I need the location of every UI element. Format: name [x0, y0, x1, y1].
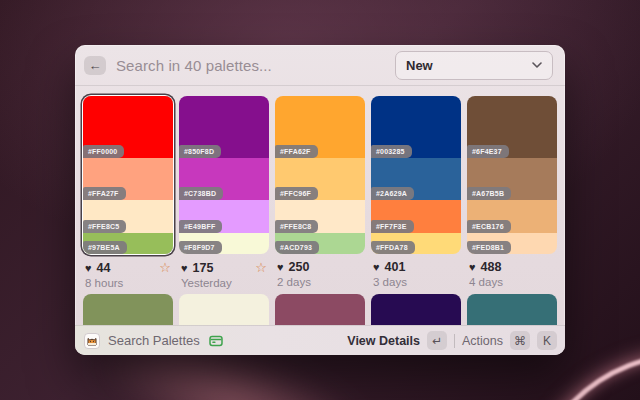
palette-grid-row-1: #FF0000#FFA27F#FFE8C5#97BE5A♥44☆8 hours#… [83, 96, 557, 289]
palette-stats: ♥175☆Yesterday [179, 260, 269, 289]
hex-label: #FF0000 [83, 145, 124, 158]
hex-label: #FFDA78 [371, 241, 415, 254]
hex-label: #FFA27F [83, 187, 126, 200]
hex-label: #F8F9D7 [179, 241, 222, 254]
palette-stats: ♥4884 days [467, 260, 557, 288]
view-details-button[interactable]: View Details [347, 334, 420, 348]
hex-label: #FFA62F [275, 145, 318, 158]
palette-swatches[interactable]: #FF0000#FFA27F#FFE8C5#97BE5A [83, 96, 173, 254]
likes-count: 401 [385, 260, 406, 274]
palette-stats: ♥4013 days [371, 260, 461, 288]
background-light-arc [523, 352, 640, 400]
palette-age: 2 days [277, 276, 363, 288]
color-band: #003285 [371, 96, 461, 158]
hex-label: #FFE8C5 [83, 220, 126, 233]
k-key-icon[interactable]: K [537, 331, 557, 350]
color-band: #FF7F3E [371, 200, 461, 233]
wallet-icon [208, 333, 224, 349]
likes-count: 175 [193, 261, 214, 275]
return-key-icon[interactable]: ↵ [427, 331, 447, 350]
color-band: #FFC96F [275, 158, 365, 201]
footer-divider [454, 334, 455, 348]
palette-card[interactable]: #850F8D#C738BD#E49BFF#F8F9D7♥175☆Yesterd… [179, 96, 269, 289]
heart-icon: ♥ [85, 262, 92, 274]
chevron-down-icon [532, 62, 542, 68]
color-band: #FFE8C5 [83, 200, 173, 233]
palette-card-partial[interactable] [275, 294, 365, 325]
action-bar: Search Palettes View Details ↵ Actions ⌘… [75, 325, 565, 355]
palette-card-partial[interactable] [179, 294, 269, 325]
color-band: #2A629A [371, 158, 461, 201]
color-band: #A67B5B [467, 158, 557, 201]
palette-card-partial[interactable] [83, 294, 173, 325]
color-band: #FFE8C8 [275, 200, 365, 233]
hex-label: #FED8B1 [467, 241, 511, 254]
palette-card-partial[interactable] [371, 294, 461, 325]
actions-button[interactable]: Actions [462, 334, 503, 348]
palette-swatches[interactable]: #6F4E37#A67B5B#ECB176#FED8B1 [467, 96, 557, 254]
hex-label: #ACD793 [275, 241, 319, 254]
color-band: #C738BD [179, 158, 269, 201]
hex-label: #E49BFF [179, 220, 222, 233]
palette-stats: ♥2502 days [275, 260, 365, 288]
hex-label: #ECB176 [467, 220, 511, 233]
palette-list: #FF0000#FFA27F#FFE8C5#97BE5A♥44☆8 hours#… [75, 86, 565, 325]
color-band: #97BE5A [83, 233, 173, 254]
heart-icon: ♥ [277, 261, 284, 273]
hex-label: #FFC96F [275, 187, 318, 200]
action-bar-left: Search Palettes [83, 332, 339, 349]
palette-age: 4 days [469, 276, 555, 288]
palette-grid-row-2 [83, 294, 557, 325]
likes-count: 250 [289, 260, 310, 274]
hex-label: #FF7F3E [371, 220, 414, 233]
search-input[interactable]: Search in 40 palettes... [116, 57, 385, 74]
star-icon[interactable]: ☆ [255, 260, 267, 275]
cat-icon [83, 332, 100, 349]
hex-label: #2A629A [371, 187, 414, 200]
heart-icon: ♥ [373, 261, 380, 273]
color-band: #ACD793 [275, 233, 365, 254]
star-icon[interactable]: ☆ [159, 260, 171, 275]
palette-age: Yesterday [181, 277, 267, 289]
hex-label: #6F4E37 [467, 145, 509, 158]
palette-card[interactable]: #FFA62F#FFC96F#FFE8C8#ACD793♥2502 days [275, 96, 365, 289]
back-button[interactable]: ← [84, 56, 106, 75]
color-band: #FF0000 [83, 96, 173, 158]
color-band: #850F8D [179, 96, 269, 158]
app-window: ← Search in 40 palettes... New #FF0000#F… [75, 45, 565, 355]
action-bar-right: View Details ↵ Actions ⌘ K [347, 331, 557, 350]
likes-count: 488 [481, 260, 502, 274]
cmd-key-icon[interactable]: ⌘ [510, 331, 530, 350]
color-band: #FFA27F [83, 158, 173, 201]
search-header: ← Search in 40 palettes... New [75, 45, 565, 85]
sort-dropdown[interactable]: New [395, 51, 553, 80]
palette-card-partial[interactable] [467, 294, 557, 325]
hex-label: #97BE5A [83, 241, 127, 254]
palette-stats: ♥44☆8 hours [83, 260, 173, 289]
hex-label: #003285 [371, 145, 412, 158]
palette-card[interactable]: #003285#2A629A#FF7F3E#FFDA78♥4013 days [371, 96, 461, 289]
color-band: #6F4E37 [467, 96, 557, 158]
extension-name: Search Palettes [108, 333, 200, 348]
color-band: #ECB176 [467, 200, 557, 233]
color-band: #FED8B1 [467, 233, 557, 254]
heart-icon: ♥ [469, 261, 476, 273]
palette-card[interactable]: #FF0000#FFA27F#FFE8C5#97BE5A♥44☆8 hours [83, 96, 173, 289]
likes-count: 44 [97, 261, 111, 275]
palette-card[interactable]: #6F4E37#A67B5B#ECB176#FED8B1♥4884 days [467, 96, 557, 289]
arrow-left-icon: ← [89, 59, 102, 72]
hex-label: #C738BD [179, 187, 223, 200]
color-band: #FFA62F [275, 96, 365, 158]
palette-swatches[interactable]: #850F8D#C738BD#E49BFF#F8F9D7 [179, 96, 269, 254]
palette-age: 3 days [373, 276, 459, 288]
palette-swatches[interactable]: #FFA62F#FFC96F#FFE8C8#ACD793 [275, 96, 365, 254]
heart-icon: ♥ [181, 262, 188, 274]
palette-swatches[interactable]: #003285#2A629A#FF7F3E#FFDA78 [371, 96, 461, 254]
palette-age: 8 hours [85, 277, 171, 289]
hex-label: #A67B5B [467, 187, 511, 200]
color-band: #F8F9D7 [179, 233, 269, 254]
color-band: #E49BFF [179, 200, 269, 233]
sort-dropdown-value: New [406, 58, 526, 73]
hex-label: #850F8D [179, 145, 221, 158]
color-band: #FFDA78 [371, 233, 461, 254]
